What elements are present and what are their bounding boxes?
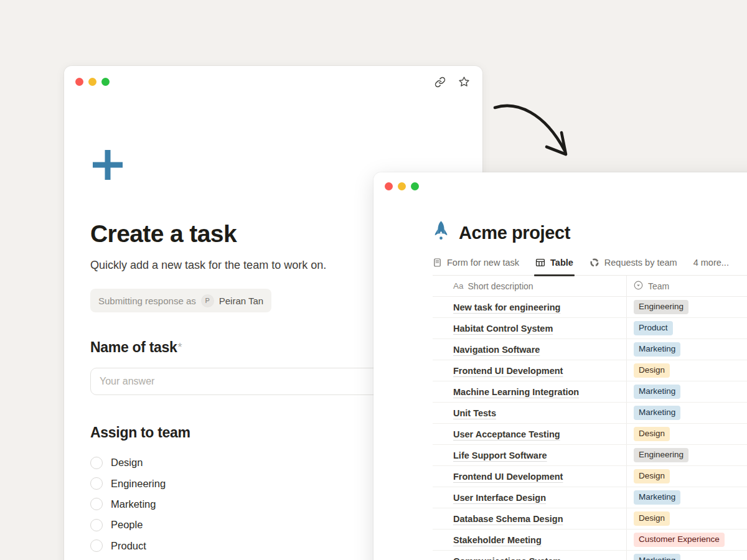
tab-label: 4 more... <box>693 258 729 268</box>
team-badge: Marketing <box>634 406 680 420</box>
team-cell[interactable]: Marketing <box>627 551 747 560</box>
team-badge: Marketing <box>634 385 680 399</box>
team-cell[interactable]: Marketing <box>627 403 747 423</box>
task-title: User Interface Design <box>453 493 546 503</box>
team-option-label: Engineering <box>111 478 166 490</box>
task-title-cell[interactable]: Machine Learning Integration <box>433 381 627 402</box>
team-cell[interactable]: Design <box>627 424 747 444</box>
team-badge: Engineering <box>634 448 688 462</box>
rocket-icon <box>433 220 449 245</box>
table-row[interactable]: User Interface DesignMarketing <box>433 487 747 508</box>
column-header-short-description[interactable]: Aa Short description <box>433 276 627 296</box>
tab-more-views[interactable]: 4 more... <box>693 258 729 275</box>
submitting-as-pill: Submitting response as P Peiran Tan <box>90 289 271 312</box>
tab-label: Table <box>550 258 573 268</box>
view-tabs: Form for new task Table Requests by t <box>433 253 747 276</box>
team-cell[interactable]: Marketing <box>627 487 747 508</box>
minimize-window-button[interactable] <box>88 78 96 86</box>
team-option-label: Design <box>111 457 143 469</box>
team-badge: Design <box>634 469 670 483</box>
table-row[interactable]: Navigation SoftwareMarketing <box>433 339 747 360</box>
table-row[interactable]: Stakeholder MeetingCustomer Experience <box>433 530 747 551</box>
radio-icon[interactable] <box>90 498 103 510</box>
tab-label: Requests by team <box>604 258 677 268</box>
team-cell[interactable]: Marketing <box>627 339 747 360</box>
copy-link-icon[interactable] <box>435 77 446 88</box>
favorite-star-icon[interactable] <box>458 76 470 88</box>
avatar: P <box>202 295 214 307</box>
table-row[interactable]: Communications SystemMarketing <box>433 551 747 560</box>
team-cell[interactable]: Marketing <box>627 381 747 402</box>
task-title-cell[interactable]: New task for engineering <box>433 297 627 317</box>
task-title-cell[interactable]: Life Support Software <box>433 445 627 465</box>
zoom-window-button[interactable] <box>101 78 110 86</box>
team-badge: Engineering <box>634 300 688 314</box>
close-window-button[interactable] <box>75 78 83 86</box>
close-window-button[interactable] <box>385 182 393 190</box>
table-body: New task for engineeringEngineeringHabit… <box>433 297 747 560</box>
table-row[interactable]: Machine Learning IntegrationMarketing <box>433 381 747 403</box>
team-cell[interactable]: Customer Experience <box>627 530 747 550</box>
task-title-cell[interactable]: Navigation Software <box>433 339 627 360</box>
table-row[interactable]: Life Support SoftwareEngineering <box>433 445 747 466</box>
team-badge: Design <box>634 363 670 378</box>
table-row[interactable]: Frontend UI DevelopmentDesign <box>433 466 747 487</box>
team-cell[interactable]: Engineering <box>627 445 747 465</box>
table-row[interactable]: Database Schema DesignDesign <box>433 508 747 530</box>
project-title: Acme project <box>459 223 570 243</box>
task-title-cell[interactable]: Frontend UI Development <box>433 360 627 381</box>
curved-arrow <box>482 93 585 167</box>
task-title: User Acceptance Testing <box>453 429 560 439</box>
minimize-window-button[interactable] <box>398 182 406 190</box>
tab-table[interactable]: Table <box>535 258 573 275</box>
team-cell[interactable]: Design <box>627 466 747 487</box>
task-title-cell[interactable]: Frontend UI Development <box>433 466 627 487</box>
task-title: Communications System <box>453 556 561 560</box>
task-title-cell[interactable]: Unit Tests <box>433 403 627 423</box>
task-title-cell[interactable]: Stakeholder Meeting <box>433 530 627 550</box>
zoom-window-button[interactable] <box>411 182 419 190</box>
radio-icon[interactable] <box>90 539 103 552</box>
table-row[interactable]: Habitat Control SystemProduct <box>433 318 747 339</box>
table-row[interactable]: Frontend UI DevelopmentDesign <box>433 360 747 381</box>
task-title: Life Support Software <box>453 450 547 460</box>
team-cell[interactable]: Design <box>627 508 747 529</box>
task-title: Frontend UI Development <box>453 472 563 482</box>
task-title: Frontend UI Development <box>453 366 563 376</box>
team-cell[interactable]: Design <box>627 360 747 381</box>
task-title-cell[interactable]: User Acceptance Testing <box>433 424 627 444</box>
team-cell[interactable]: Product <box>627 318 747 338</box>
table-header: Aa Short description Team <box>433 276 747 297</box>
column-label: Short description <box>468 281 533 291</box>
radio-icon[interactable] <box>90 477 103 490</box>
required-asterisk: * <box>178 341 182 353</box>
team-badge: Marketing <box>634 342 680 357</box>
project-header: Acme project <box>433 222 747 244</box>
tab-label: Form for new task <box>447 258 519 268</box>
table-row[interactable]: New task for engineeringEngineering <box>433 297 747 318</box>
column-header-team[interactable]: Team <box>627 276 747 296</box>
team-cell[interactable]: Engineering <box>627 297 747 317</box>
radio-icon[interactable] <box>90 519 103 531</box>
team-badge: Design <box>634 427 670 441</box>
column-label: Team <box>648 281 669 291</box>
team-badge: Customer Experience <box>634 533 725 547</box>
table-icon <box>535 258 545 268</box>
window-controls <box>75 78 110 86</box>
team-badge: Design <box>634 511 670 526</box>
tab-requests-by-team[interactable]: Requests by team <box>590 258 677 275</box>
text-property-icon: Aa <box>453 281 464 291</box>
task-title-cell[interactable]: User Interface Design <box>433 487 627 508</box>
plus-icon <box>90 147 125 182</box>
radio-icon[interactable] <box>90 457 103 469</box>
tab-form-for-new-task[interactable]: Form for new task <box>433 258 519 275</box>
form-window-titlebar <box>64 66 482 88</box>
task-title-cell[interactable]: Communications System <box>433 551 627 560</box>
task-title-cell[interactable]: Database Schema Design <box>433 508 627 529</box>
team-badge: Marketing <box>634 554 680 560</box>
task-title-cell[interactable]: Habitat Control System <box>433 318 627 338</box>
task-title: Stakeholder Meeting <box>453 535 542 545</box>
task-title: Machine Learning Integration <box>453 387 579 397</box>
table-row[interactable]: User Acceptance TestingDesign <box>433 424 747 445</box>
table-row[interactable]: Unit TestsMarketing <box>433 403 747 424</box>
